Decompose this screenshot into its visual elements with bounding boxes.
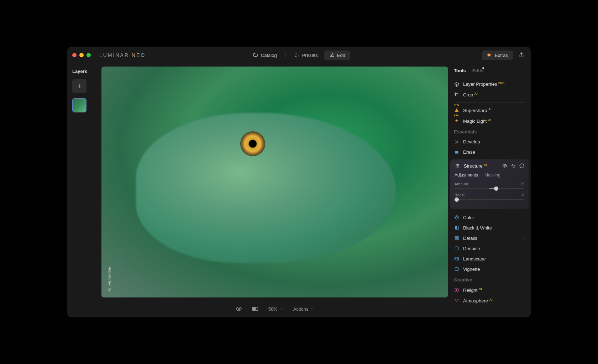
- tool-denoise[interactable]: Denoise: [454, 243, 525, 254]
- toggle-visibility-button[interactable]: [236, 306, 242, 312]
- subtab-adjustments[interactable]: Adjustments: [455, 173, 478, 178]
- tool-black-white[interactable]: Black & White: [454, 223, 525, 233]
- svg-rect-29: [455, 267, 458, 270]
- color-label: Color: [463, 215, 525, 220]
- chevron-down-icon: [280, 307, 283, 311]
- canvas-area: © Ekamelev 58% Actions: [101, 64, 448, 317]
- canvas-image[interactable]: © Ekamelev: [101, 67, 448, 297]
- logo-neo: NEO: [129, 52, 146, 58]
- svg-point-21: [456, 216, 457, 217]
- image-content: [136, 113, 396, 263]
- tool-vignette[interactable]: Vignette: [454, 264, 525, 274]
- structure-label: Structure AI: [464, 163, 499, 169]
- zoom-control[interactable]: 58%: [268, 306, 283, 312]
- denoise-label: Denoise: [463, 246, 525, 251]
- tool-develop[interactable]: Develop: [454, 137, 525, 147]
- svg-point-13: [457, 165, 458, 166]
- svg-point-15: [456, 167, 456, 168]
- subtab-masking[interactable]: Masking: [484, 173, 500, 178]
- edit-label: Edit: [337, 53, 345, 58]
- tool-magic-light[interactable]: PRO Magic Light AI: [454, 116, 525, 126]
- share-icon: [519, 52, 524, 58]
- titlebar-right: Extras: [482, 51, 526, 60]
- magic-icon: PRO: [454, 118, 460, 123]
- vignette-label: Vignette: [463, 267, 525, 272]
- compare-icon: [252, 306, 258, 311]
- traffic-lights: [72, 53, 91, 57]
- tab-edits[interactable]: Edits: [472, 68, 484, 73]
- sparkle-icon: [294, 53, 299, 58]
- structure-header[interactable]: Structure AI: [455, 163, 524, 169]
- extras-button[interactable]: Extras: [482, 51, 513, 60]
- presets-label: Presets: [302, 53, 318, 58]
- structure-subtabs: Adjustments Masking: [455, 173, 524, 178]
- add-layer-button[interactable]: [72, 79, 86, 93]
- catalog-button[interactable]: Catalog: [248, 51, 282, 60]
- app-logo: LUMINAR NEO: [99, 52, 146, 58]
- develop-label: Develop: [463, 139, 525, 144]
- grid-icon: [454, 236, 460, 241]
- structure-icon: [455, 163, 460, 168]
- warning-icon: PRO: [454, 108, 460, 113]
- svg-point-22: [457, 217, 458, 218]
- structure-actions: [502, 163, 524, 168]
- actions-label: Actions: [293, 306, 309, 312]
- landscape-label: Landscape: [463, 256, 525, 262]
- boost-slider[interactable]: [455, 199, 524, 200]
- svg-point-18: [504, 165, 505, 167]
- info-icon[interactable]: [519, 163, 524, 168]
- crop-icon: [454, 92, 460, 97]
- relight-label: Relight AI: [463, 287, 525, 293]
- tab-tools[interactable]: Tools: [454, 68, 466, 73]
- share-button[interactable]: [517, 51, 526, 60]
- svg-point-17: [458, 167, 459, 168]
- section-essentials: Essentials: [454, 126, 525, 137]
- app-window: LUMINAR NEO Catalog Presets Edit Extras: [67, 47, 531, 317]
- amount-slider[interactable]: [455, 188, 524, 189]
- amount-value: 19: [520, 182, 524, 186]
- puzzle-icon: [487, 53, 492, 58]
- svg-point-11: [458, 164, 459, 165]
- compare-button[interactable]: [252, 306, 258, 311]
- edits-indicator-dot: [482, 67, 484, 69]
- tool-erase[interactable]: Erase: [454, 147, 525, 157]
- nav-divider: [285, 52, 286, 58]
- tool-color[interactable]: Color: [454, 212, 525, 223]
- tool-supersharp[interactable]: PRO Supersharp AI: [454, 105, 525, 116]
- tool-relight[interactable]: Relight AI: [454, 285, 525, 295]
- svg-point-23: [456, 217, 456, 218]
- presets-button[interactable]: Presets: [289, 51, 323, 60]
- panel-tabs: Tools Edits: [454, 68, 525, 73]
- sliders-icon: [329, 53, 334, 58]
- sun-icon: [454, 139, 460, 144]
- folder-icon: [253, 53, 258, 58]
- landscape-icon: [454, 256, 460, 261]
- extras-label: Extras: [495, 53, 508, 58]
- details-label: Details: [463, 236, 518, 241]
- svg-rect-5: [256, 307, 258, 311]
- tool-layer-properties[interactable]: Layer Properties PRO: [454, 79, 525, 89]
- svg-point-0: [332, 53, 333, 54]
- svg-rect-27: [455, 247, 458, 250]
- atmosphere-label: Atmosphere AI: [463, 298, 525, 304]
- svg-point-2: [333, 56, 334, 57]
- black-white-label: Black & White: [463, 225, 525, 231]
- denoise-icon: [454, 246, 460, 251]
- tool-landscape[interactable]: Landscape: [454, 254, 525, 264]
- eye-icon[interactable]: [502, 163, 507, 168]
- layer-thumbnail[interactable]: [72, 98, 86, 112]
- minimize-button[interactable]: [79, 53, 84, 57]
- undo-icon[interactable]: [511, 163, 516, 168]
- tool-details[interactable]: Details: [454, 233, 525, 243]
- waves-icon: [454, 298, 460, 303]
- edit-button[interactable]: Edit: [324, 51, 350, 60]
- palette-icon: [454, 215, 460, 220]
- actions-dropdown[interactable]: Actions: [293, 306, 314, 312]
- image-detail: [240, 131, 265, 156]
- tool-atmosphere[interactable]: Atmosphere AI: [454, 295, 525, 306]
- crop-label: Crop AI: [463, 92, 525, 97]
- tool-crop[interactable]: Crop AI: [454, 89, 525, 100]
- close-button[interactable]: [72, 53, 77, 57]
- erase-label: Erase: [463, 149, 525, 155]
- maximize-button[interactable]: [86, 53, 91, 57]
